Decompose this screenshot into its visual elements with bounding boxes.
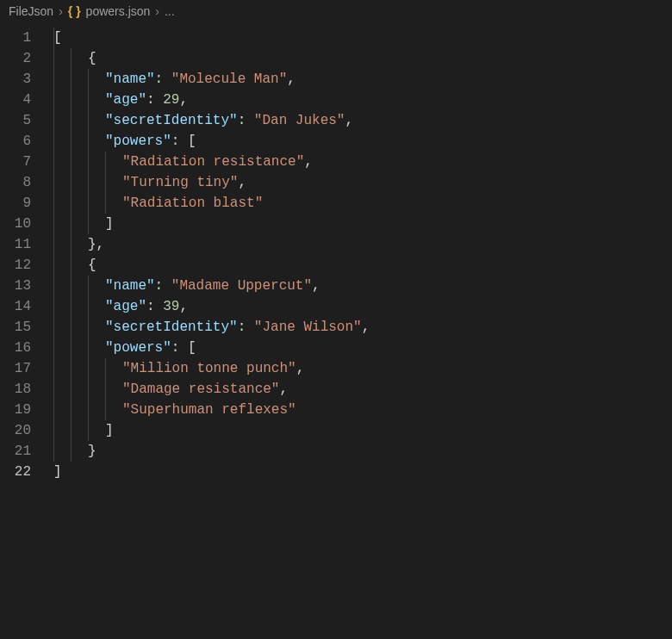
code-line-content: } (53, 444, 96, 459)
line-number: 5 (0, 110, 31, 131)
code-line[interactable]: ] (53, 420, 370, 441)
code-line[interactable]: "Radiation blast" (53, 193, 370, 214)
breadcrumb-folder[interactable]: FileJson (9, 4, 53, 18)
token-key: "name" (105, 71, 155, 87)
code-line-content: ] (53, 423, 114, 438)
line-number: 6 (0, 131, 31, 152)
token-punc: , (238, 175, 246, 190)
code-line[interactable]: "name": "Molecule Man", (53, 69, 370, 90)
token-punc: : (238, 320, 254, 335)
code-line-content: ] (53, 216, 114, 232)
code-line-content: "Radiation resistance", (53, 154, 313, 170)
line-number: 8 (0, 172, 31, 193)
code-line[interactable]: "Radiation resistance", (53, 152, 370, 172)
token-punc: , (296, 361, 305, 376)
code-line-content: [ (53, 30, 62, 46)
code-line-content: { (53, 257, 96, 273)
code-line-content: }, (53, 237, 104, 252)
token-punc: , (362, 320, 370, 335)
line-number: 22 (0, 462, 31, 482)
token-str: "Radiation resistance" (122, 154, 304, 170)
code-line-content: "powers": [ (53, 340, 196, 356)
json-file-icon: { } (68, 4, 81, 18)
token-str: "Jane Wilson" (254, 320, 362, 335)
code-line-content: ] (53, 464, 62, 480)
token-str: "Million tonne punch" (122, 361, 296, 376)
code-line-content: "Turning tiny", (53, 175, 246, 190)
code-line[interactable]: { (53, 255, 370, 276)
token-punc: , (345, 113, 353, 128)
code-line-content: "secretIdentity": "Dan Jukes", (53, 113, 353, 128)
code-line[interactable]: "secretIdentity": "Jane Wilson", (53, 317, 370, 338)
code-line-content: "Radiation blast" (53, 195, 263, 211)
token-punc: , (279, 382, 288, 397)
token-punc: ] (105, 216, 114, 232)
token-punc: , (287, 71, 296, 87)
line-number: 9 (0, 193, 31, 214)
token-punc: : (146, 92, 163, 108)
code-line-content: "Million tonne punch", (53, 361, 304, 376)
token-punc: , (312, 278, 320, 294)
token-num: 39 (163, 299, 179, 314)
code-line[interactable]: { (53, 48, 370, 69)
line-number: 21 (0, 441, 31, 462)
code-line[interactable]: }, (53, 234, 370, 255)
chevron-right-icon: › (155, 4, 159, 18)
token-str: "Madame Uppercut" (171, 278, 312, 294)
token-punc: , (179, 92, 188, 108)
line-number: 7 (0, 152, 31, 172)
code-line[interactable]: "secretIdentity": "Dan Jukes", (53, 110, 370, 131)
token-punc: : (238, 113, 254, 128)
token-punc: : (146, 299, 163, 314)
code-line[interactable]: ] (53, 462, 370, 482)
code-line-content: "name": "Madame Uppercut", (53, 278, 320, 294)
token-key: "powers" (105, 133, 171, 149)
code-line[interactable]: "powers": [ (53, 338, 370, 358)
line-number: 15 (0, 317, 31, 338)
token-num: 29 (163, 92, 179, 108)
code-line-content: "age": 29, (53, 92, 188, 108)
breadcrumb-file[interactable]: powers.json (86, 4, 151, 18)
code-line[interactable]: "Superhuman reflexes" (53, 400, 370, 420)
breadcrumb[interactable]: FileJson › { } powers.json › ... (0, 0, 672, 22)
line-number: 14 (0, 296, 31, 317)
breadcrumb-tail[interactable]: ... (165, 4, 175, 18)
token-punc: }, (88, 237, 104, 252)
code-line[interactable]: ] (53, 214, 370, 234)
line-number: 12 (0, 255, 31, 276)
token-str: "Radiation blast" (122, 195, 263, 211)
code-area[interactable]: [{"name": "Molecule Man","age": 29,"secr… (47, 22, 370, 639)
token-key: "secretIdentity" (105, 320, 238, 335)
code-line[interactable]: "age": 39, (53, 296, 370, 317)
code-line[interactable]: "Damage resistance", (53, 379, 370, 400)
code-editor[interactable]: 12345678910111213141516171819202122 [{"n… (0, 22, 672, 639)
code-line[interactable]: "age": 29, (53, 90, 370, 110)
code-line[interactable]: "Turning tiny", (53, 172, 370, 193)
code-line-content: "Damage resistance", (53, 382, 288, 397)
token-key: "age" (105, 299, 146, 314)
code-line[interactable]: "powers": [ (53, 131, 370, 152)
code-line-content: "powers": [ (53, 133, 196, 149)
code-line[interactable]: "Million tonne punch", (53, 358, 370, 379)
token-punc: : (155, 278, 171, 294)
token-punc: : [ (171, 133, 196, 149)
line-number-gutter: 12345678910111213141516171819202122 (0, 22, 47, 639)
code-line-content: "secretIdentity": "Jane Wilson", (53, 320, 370, 335)
token-punc: : [ (171, 340, 196, 356)
code-line[interactable]: } (53, 441, 370, 462)
code-line[interactable]: "name": "Madame Uppercut", (53, 276, 370, 296)
line-number: 13 (0, 276, 31, 296)
code-line[interactable]: [ (53, 28, 370, 48)
line-number: 2 (0, 48, 31, 69)
line-number: 18 (0, 379, 31, 400)
token-str: "Superhuman reflexes" (122, 402, 296, 418)
token-key: "name" (105, 278, 155, 294)
token-key: "powers" (105, 340, 171, 356)
line-number: 1 (0, 28, 31, 48)
line-number: 11 (0, 234, 31, 255)
line-number: 3 (0, 69, 31, 90)
token-key: "secretIdentity" (105, 113, 238, 128)
token-str: "Damage resistance" (122, 382, 279, 397)
token-punc: { (88, 257, 96, 273)
token-key: "age" (105, 92, 146, 108)
